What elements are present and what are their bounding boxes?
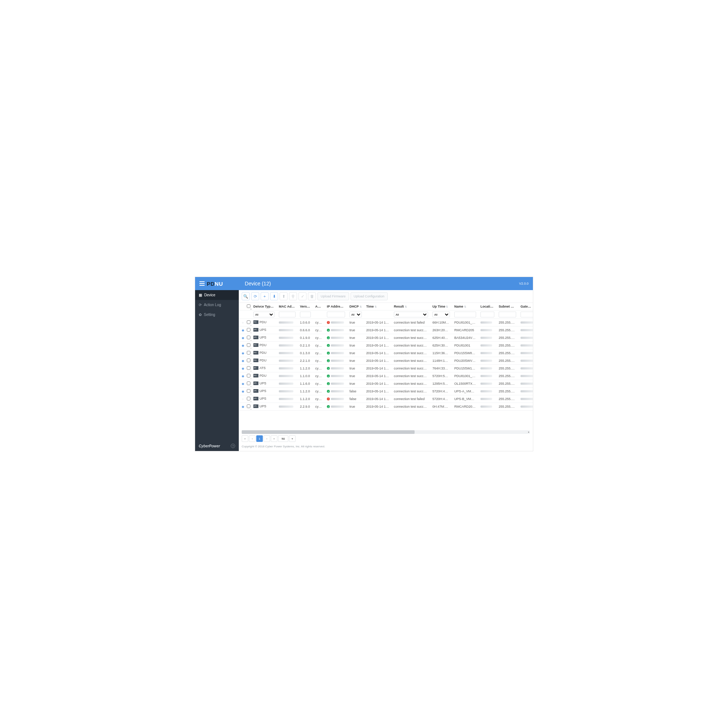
row-checkbox[interactable] (247, 343, 251, 347)
pager-prev[interactable]: ‹ (249, 435, 255, 442)
mac-cell (279, 344, 294, 347)
scrollbar-thumb[interactable] (242, 430, 414, 434)
account-cell: cyber (313, 365, 325, 372)
row-checkbox[interactable] (247, 389, 251, 393)
pager-page-1[interactable]: 1 (256, 435, 263, 442)
time-cell: 2019-05-14 11:04:00 (364, 319, 392, 327)
ip-cell: ✓ (327, 405, 345, 408)
filter-type[interactable]: All (253, 312, 274, 317)
upload-config-button[interactable]: Upload Configuration (350, 292, 388, 300)
filter-location[interactable] (480, 312, 494, 317)
table-row[interactable]: ○ UPS 1.1.2.0 cyber ! false 2019-05-14 1… (239, 395, 533, 403)
ip-cell: ! (327, 321, 345, 324)
pager-first[interactable]: « (242, 435, 248, 442)
mac-cell (279, 405, 294, 408)
confirm-button[interactable]: ✓ (298, 292, 306, 300)
status-indicator-icon: ◉ (241, 374, 245, 378)
table-row[interactable]: ○ PDU 1.0.6.0 cyber ! true 2019-05-14 11… (239, 319, 533, 327)
filter-dhcp[interactable]: All (349, 312, 362, 317)
table-row[interactable]: ◉ PDU 2.2.1.0 cyber ✓ true 2019-05-14 11… (239, 357, 533, 365)
table-row[interactable]: ◉ ATS 1.1.2.0 cyber ✓ true 2019-05-14 11… (239, 365, 533, 372)
import-button[interactable]: ⬇ (270, 292, 278, 300)
check-circle-icon: ✓ (327, 405, 330, 408)
col-name[interactable]: Name⇅ (452, 303, 478, 310)
sidebar-item-setting[interactable]: ✿ Setting (195, 310, 239, 320)
col-ip[interactable]: IP Address⇅ (325, 303, 347, 310)
col-uptime[interactable]: Up Time⇅ (430, 303, 452, 310)
dhcp-cell: true (347, 319, 364, 327)
result-cell: connection test successfully (392, 365, 430, 372)
filter-uptime[interactable]: All (433, 312, 450, 317)
row-checkbox[interactable] (247, 328, 251, 332)
sidebar-item-action-log[interactable]: ⟳ Action Log (195, 300, 239, 310)
refresh-button[interactable]: ⟳ (251, 292, 259, 300)
col-dhcp[interactable]: DHCP⇅ (347, 303, 364, 310)
account-cell: cyber (313, 327, 325, 334)
search-button[interactable]: 🔍 (242, 292, 250, 300)
filter-subnet[interactable] (499, 312, 516, 317)
ip-cell: ✓ (327, 344, 345, 347)
gateway-cell (520, 344, 533, 347)
page-size-dropdown[interactable]: ▾ (289, 435, 295, 442)
table-row[interactable]: ◉ PDU 0.1.3.0 cyber ✓ true 2019-05-14 11… (239, 349, 533, 357)
dhcp-cell: true (347, 372, 364, 380)
row-checkbox[interactable] (247, 381, 251, 385)
mac-cell (279, 367, 294, 369)
sidebar-item-device[interactable]: ▦ Device (195, 290, 239, 300)
scroll-right-icon[interactable]: ▸ (527, 430, 531, 434)
row-checkbox[interactable] (247, 359, 251, 362)
sidebar-footer: CyberPower ? (195, 441, 239, 451)
tag-button[interactable]: ⚲ (289, 292, 297, 300)
account-cell: cyber (313, 319, 325, 327)
pager-last[interactable]: » (271, 435, 277, 442)
table-row[interactable]: ◉ UPS 2.2.9.0 cyber ✓ true 2019-05-14 11… (239, 403, 533, 411)
page-size-select[interactable]: 50 (278, 435, 288, 442)
table-row[interactable]: ◉ UPS 0.1.9.0 cyber ✓ true 2019-05-14 11… (239, 334, 533, 342)
filter-mac[interactable] (279, 312, 295, 317)
delete-button[interactable]: 🗑 (308, 292, 316, 300)
row-checkbox[interactable] (247, 366, 251, 370)
filter-ip[interactable] (327, 312, 345, 317)
row-checkbox[interactable] (247, 351, 251, 355)
table-row[interactable]: ◉ UPS 1.1.6.0 cyber ✓ true 2019-05-14 11… (239, 380, 533, 388)
pager-next[interactable]: › (263, 435, 270, 442)
page-title: Device (12) (245, 281, 271, 286)
col-location[interactable]: Location⇅ (478, 303, 497, 310)
select-all-checkbox[interactable] (247, 304, 251, 308)
mac-cell (279, 382, 294, 385)
col-device-type[interactable]: Deivce Type⇅ (251, 303, 277, 310)
filter-name[interactable] (454, 312, 476, 317)
device-type-cell: PDU (253, 359, 266, 362)
horizontal-scrollbar[interactable]: ▸ (242, 430, 530, 434)
row-checkbox[interactable] (247, 374, 251, 378)
gear-icon: ✿ (199, 313, 202, 317)
filter-version[interactable] (300, 312, 311, 317)
row-checkbox[interactable] (247, 336, 251, 339)
filter-result[interactable]: All (394, 312, 428, 317)
help-icon[interactable]: ? (231, 444, 235, 448)
col-account[interactable]: Account (313, 303, 325, 310)
col-time[interactable]: Time⇅ (364, 303, 392, 310)
device-type-cell: UPS (253, 328, 266, 332)
upload-firmware-button[interactable]: Upload Firmware (317, 292, 349, 300)
dhcp-cell: true (347, 403, 364, 411)
filter-gateway[interactable] (520, 312, 533, 317)
table-row[interactable]: ◉ UPS 0.6.6.0 cyber ✓ true 2019-05-14 11… (239, 327, 533, 334)
row-checkbox[interactable] (247, 404, 251, 408)
col-subnet[interactable]: Subnet Mask⇅ (497, 303, 518, 310)
col-version[interactable]: Version⇅ (298, 303, 313, 310)
col-result[interactable]: Result⇅ (392, 303, 430, 310)
col-mac[interactable]: MAC Address⇅ (277, 303, 298, 310)
add-button[interactable]: + (261, 292, 269, 300)
table-row[interactable]: ◉ UPS 1.1.2.0 cyber ✓ false 2019-05-14 1… (239, 388, 533, 395)
table-row[interactable]: ◉ PDU 1.1.0.0 cyber ✓ true 2019-05-14 11… (239, 372, 533, 380)
export-button[interactable]: ⬆ (280, 292, 288, 300)
status-indicator-icon: ○ (241, 397, 245, 401)
ip-cell: ✓ (327, 390, 345, 393)
col-gateway[interactable]: Gateway⇅ (518, 303, 533, 310)
row-checkbox[interactable] (247, 397, 251, 401)
row-checkbox[interactable] (247, 320, 251, 324)
menu-toggle-icon[interactable] (199, 281, 205, 286)
table-row[interactable]: ◉ PDU 0.2.1.0 cyber ✓ true 2019-05-14 11… (239, 342, 533, 349)
dhcp-cell: false (347, 395, 364, 403)
